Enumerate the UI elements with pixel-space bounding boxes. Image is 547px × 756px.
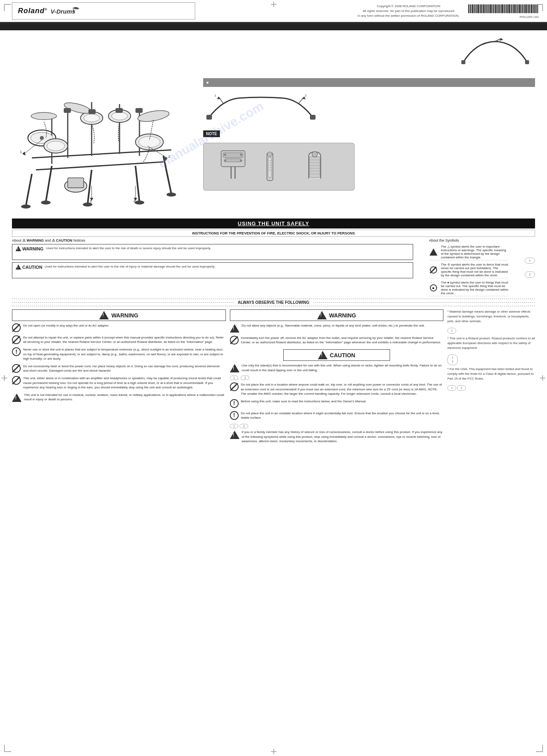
svg-rect-19 (486, 4, 486, 13)
pill-2: 2 (525, 272, 535, 278)
pill-right-side-1: 1 (447, 328, 456, 334)
warn-tri-left (99, 311, 109, 319)
safety-item-no-2: Do not attempt to repair the unit, or re… (12, 335, 226, 344)
svg-rect-38 (506, 4, 507, 13)
svg-line-67 (46, 166, 52, 202)
pill-pair-caution: 1 2 (230, 376, 444, 380)
caution-item-excl-text-2: Do not place the unit in an unstable loc… (241, 411, 444, 420)
svg-rect-88 (68, 178, 84, 188)
safety-item-text-4: This unit, either alone or in combinatio… (23, 376, 226, 390)
caution-item-no-1: Do not place the unit in a location wher… (230, 382, 444, 396)
svg-rect-48 (518, 4, 518, 13)
svg-rect-56 (527, 4, 527, 13)
cable-top-svg (455, 38, 535, 70)
svg-rect-36 (504, 4, 505, 13)
svg-point-94 (112, 112, 127, 120)
svg-point-138 (240, 154, 242, 156)
svg-rect-53 (523, 4, 524, 13)
svg-rect-103 (135, 108, 143, 113)
svg-text:2: 2 (305, 94, 307, 97)
safety-item-excl-1: ! Never use or store the unit in places … (12, 347, 226, 361)
safety-item-no-5: Immediately turn the power off, remove t… (230, 336, 444, 345)
circle-excl-shape: ● (430, 284, 437, 291)
svg-point-137 (224, 154, 226, 156)
safety-item-text-5: Immediately turn the power off, remove t… (241, 336, 444, 345)
caution-text-label: CAUTION (22, 265, 42, 270)
caution-item-tri-1: Use only the stand(s) that is recommende… (230, 363, 444, 372)
symbol-triangle-text: The △ symbol alerts the user to importan… (441, 245, 509, 259)
svg-point-86 (40, 136, 44, 140)
pill-right-1: 1 (230, 424, 239, 428)
tool-diagram-1 (217, 149, 257, 185)
svg-rect-7 (472, 4, 473, 13)
gray-band: ■ (203, 78, 535, 87)
svg-rect-121 (525, 60, 529, 64)
instructions-section: ■ 1 2 NOTE (203, 38, 535, 211)
barcode-svg: var bars = [2,1,2,1,1,2,1,3,1,1,2,1,1,3,… (467, 4, 539, 15)
svg-rect-34 (502, 4, 503, 13)
svg-rect-30 (498, 4, 498, 13)
svg-rect-32 (500, 4, 500, 13)
svg-point-150 (312, 152, 318, 157)
svg-point-99 (31, 112, 57, 120)
svg-rect-5 (470, 4, 471, 13)
svg-rect-124 (206, 115, 212, 120)
svg-line-78 (36, 162, 163, 170)
diagram-section: 1 2 3 4 (12, 38, 195, 211)
svg-rect-18 (485, 4, 485, 13)
no-icon-2 (12, 335, 21, 344)
symbol-row-circle-slash: The ⊘ symbol alerts the user to items th… (429, 262, 509, 278)
symbols-col: About the Symbols The △ symbol alerts th… (429, 238, 509, 296)
svg-point-140 (240, 159, 242, 162)
svg-rect-100 (64, 108, 71, 113)
svg-rect-43 (512, 4, 513, 13)
tri-up-shape (429, 248, 437, 256)
right-note-2: * This unit is a Roland product. Roland … (447, 336, 535, 350)
svg-rect-17 (483, 4, 484, 13)
svg-rect-26 (493, 4, 494, 13)
roland-reg: ® (45, 8, 47, 11)
warning-description: Used for instructions intended to alert … (46, 246, 211, 250)
warning-header-right: WARNING (230, 309, 444, 321)
svg-rect-11 (476, 4, 477, 13)
warning-box-about: WARNING Used for instructions intended t… (12, 244, 413, 260)
pill-right-side-3: 1 (447, 385, 456, 391)
corner-mark-tr (536, 4, 543, 11)
svg-rect-40 (509, 4, 510, 13)
svg-marker-127 (217, 96, 221, 99)
symbol-slash-icon (429, 266, 438, 274)
svg-rect-60 (531, 4, 532, 13)
svg-rect-23 (490, 4, 491, 13)
svg-rect-50 (520, 4, 521, 13)
right-note-1: * Material damage means damage or other … (447, 309, 535, 324)
caution-item-tri-text-1: Use only the stand(s) that is recommende… (242, 363, 444, 372)
warning-col-right: WARNING Do not allow any objects (e.g., … (230, 309, 448, 447)
svg-rect-3 (468, 4, 469, 13)
excl-circle-caution-1: ! (230, 399, 239, 408)
warning-header-left: WARNING (12, 309, 226, 321)
caution-item-no-text-1: Do not place the unit in a location wher… (241, 382, 444, 396)
svg-rect-4 (469, 4, 470, 13)
svg-point-74 (135, 201, 144, 205)
svg-rect-55 (525, 4, 527, 13)
caution-item-tri-bottom: If you or a family member has any histor… (230, 430, 444, 443)
safety-item-text-1: Do not open (or modify in any way) the u… (23, 323, 109, 328)
svg-marker-105 (22, 152, 25, 156)
warn-tri-right (317, 311, 327, 319)
dashed-left (12, 302, 234, 303)
svg-line-104 (24, 140, 42, 154)
safety-section: USING THE UNIT SAFELY INSTRUCTIONS FOR T… (0, 215, 547, 451)
safety-item-tri-text-2: Do not allow any objects (e.g., flammabl… (242, 323, 425, 328)
tool-diagram-3 (305, 149, 341, 185)
svg-rect-33 (501, 4, 502, 13)
caution-sub-section: CAUTION Use only the stand(s) that is re… (230, 349, 444, 420)
corner-mark-bl (4, 745, 11, 752)
pill-indicators: 1 2 (525, 238, 535, 296)
symbol-row-excl: ● The ● symbol alerts the user to things… (429, 280, 509, 296)
caution-description: Used for instructions intended to alert … (45, 264, 215, 269)
svg-rect-45 (514, 4, 516, 13)
svg-line-71 (26, 174, 32, 206)
svg-rect-101 (88, 109, 96, 114)
warn-tri-caution-1 (230, 364, 239, 372)
dark-band (0, 23, 547, 30)
